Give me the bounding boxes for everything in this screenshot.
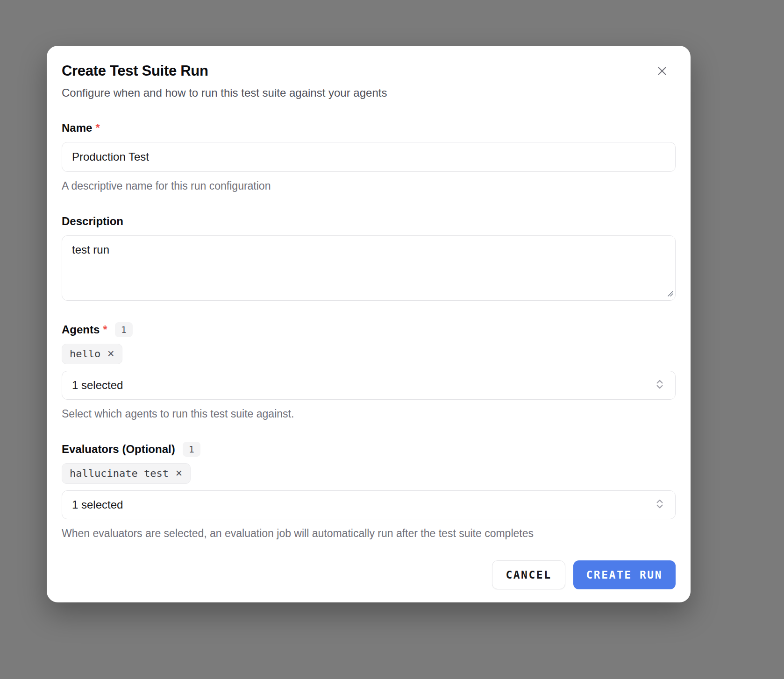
agents-select-value: 1 selected xyxy=(72,379,123,392)
name-input[interactable] xyxy=(62,142,676,172)
evaluators-count-badge: 1 xyxy=(183,442,200,457)
dialog-subtitle: Configure when and how to run this test … xyxy=(62,86,676,100)
evaluators-select-value: 1 selected xyxy=(72,498,123,511)
evaluator-chip-remove-icon[interactable]: ✕ xyxy=(175,468,183,479)
evaluators-label: Evaluators (Optional) xyxy=(62,442,175,457)
agents-required-mark: * xyxy=(103,322,107,337)
description-section: Description test run xyxy=(62,214,676,301)
create-test-suite-run-dialog: Create Test Suite Run Configure when and… xyxy=(47,46,691,602)
agents-chip-row: hello ✕ xyxy=(62,344,676,364)
agents-select[interactable]: 1 selected xyxy=(62,371,676,400)
evaluators-section: Evaluators (Optional) 1 hallucinate test… xyxy=(62,442,676,540)
agents-count-badge: 1 xyxy=(115,322,133,337)
agents-section: Agents * 1 hello ✕ 1 selected Select whi… xyxy=(62,322,676,420)
dialog-footer: CANCEL CREATE RUN xyxy=(62,560,676,589)
dialog-title: Create Test Suite Run xyxy=(62,62,676,80)
evaluators-helper-text: When evaluators are selected, an evaluat… xyxy=(62,527,676,540)
chevron-up-down-icon xyxy=(654,378,666,393)
agent-chip-remove-icon[interactable]: ✕ xyxy=(107,349,114,359)
close-button[interactable] xyxy=(654,64,670,79)
close-icon xyxy=(655,64,669,79)
name-label: Name xyxy=(62,120,92,135)
chevron-up-down-icon xyxy=(654,497,666,512)
create-run-button[interactable]: CREATE RUN xyxy=(573,560,676,589)
agent-chip: hello ✕ xyxy=(62,344,122,364)
evaluator-chip-label: hallucinate test xyxy=(70,467,169,481)
agents-helper-text: Select which agents to run this test sui… xyxy=(62,407,676,420)
cancel-button[interactable]: CANCEL xyxy=(492,560,565,589)
description-textarea[interactable]: test run xyxy=(62,235,676,301)
name-helper-text: A descriptive name for this run configur… xyxy=(62,179,676,192)
name-section: Name * A descriptive name for this run c… xyxy=(62,120,676,192)
name-required-mark: * xyxy=(95,120,100,135)
description-label: Description xyxy=(62,214,123,229)
agent-chip-label: hello xyxy=(70,347,100,361)
agents-label: Agents xyxy=(62,322,100,337)
evaluator-chip: hallucinate test ✕ xyxy=(62,463,191,484)
evaluators-select[interactable]: 1 selected xyxy=(62,490,676,519)
evaluators-chip-row: hallucinate test ✕ xyxy=(62,463,676,484)
